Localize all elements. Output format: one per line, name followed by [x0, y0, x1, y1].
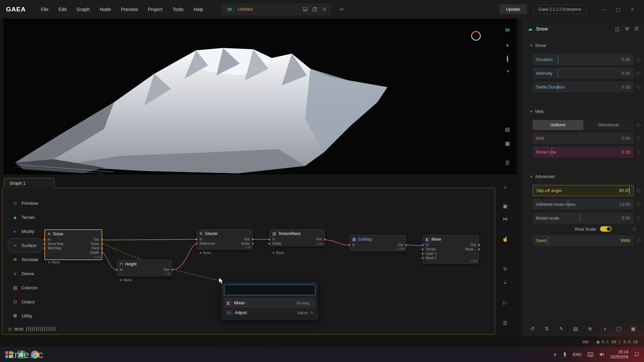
maximize-button[interactable]: ▢ — [611, 7, 625, 12]
list-options-icon[interactable]: ☰ — [500, 320, 510, 326]
real-scale-toggle[interactable] — [600, 226, 611, 232]
viewport-compass[interactable] — [470, 30, 482, 42]
save-icon[interactable] — [303, 7, 308, 12]
minimize-button[interactable]: — — [597, 7, 611, 12]
glacier-mask-port[interactable]: Mask — [200, 251, 211, 255]
contrast-tool-icon[interactable]: ◑ — [600, 326, 608, 332]
param-pin-icon[interactable] — [636, 71, 641, 75]
node-search-input[interactable] — [224, 285, 315, 295]
panels-icon[interactable]: ▦ — [503, 140, 512, 146]
melt-mode-directional[interactable]: Directional — [583, 120, 634, 130]
shading-icon[interactable]: ◑ — [503, 68, 512, 74]
param-pin-icon[interactable] — [636, 85, 641, 89]
node-texturebase[interactable]: ▨ TextureBase In Guide Out 0.2s — [269, 229, 325, 246]
param-intensity[interactable]: Intensity 0.25 — [533, 68, 634, 79]
menu-edit[interactable]: Edit — [53, 4, 71, 15]
search-result-adjust[interactable]: FX Adjust Adjust ⚙ — [224, 308, 315, 317]
menu-preview[interactable]: Preview — [116, 4, 143, 15]
resize-icon[interactable]: ▢ — [615, 326, 623, 332]
panel-menu-icon[interactable]: ☰ — [634, 26, 639, 32]
touch-mode-icon[interactable]: ☝ — [500, 236, 510, 242]
seed-tool-icon[interactable]: ⊕ — [586, 326, 594, 332]
layers-panel-icon[interactable]: ▤ — [503, 126, 512, 132]
start-button[interactable] — [5, 351, 12, 358]
notification-icon[interactable] — [634, 352, 639, 357]
param-adhered-snow-mass[interactable]: Adhered snow mass 12.00 — [533, 199, 634, 210]
sort-icon[interactable]: ⇅ — [543, 326, 551, 332]
param-slip-off-angle[interactable]: Slip-off angle 90.00 — [533, 185, 634, 196]
param-pin-icon[interactable] — [636, 150, 641, 154]
category-utility[interactable]: ⚙Utility — [8, 309, 43, 323]
param-model-scale[interactable]: Model scale 5.00 — [533, 213, 634, 224]
edit-icon[interactable]: ✎ — [557, 326, 565, 332]
snow-mask-port[interactable]: Mask — [48, 260, 60, 264]
undo-icon[interactable]: ↩ — [340, 6, 344, 12]
menu-tools[interactable]: Tools — [167, 4, 189, 15]
microphone-icon[interactable] — [563, 352, 567, 357]
update-button[interactable]: Update — [499, 4, 527, 14]
param-pin-icon[interactable] — [636, 202, 641, 206]
node-satmap[interactable]: ▦ SatMap In Out 0.03s — [349, 235, 406, 251]
system-clock[interactable]: 15:142025/10/9 — [610, 350, 628, 360]
save-copy-icon[interactable] — [312, 7, 317, 12]
language-indicator[interactable]: ENG — [573, 352, 582, 357]
tray-chevron-icon[interactable]: ∧ — [553, 352, 557, 357]
section-melt-header[interactable]: ▾ Melt — [522, 108, 644, 115]
param-pin-icon[interactable] — [636, 238, 641, 243]
param-pin-icon[interactable] — [636, 136, 641, 140]
menu-graph[interactable]: Graph — [72, 4, 95, 15]
graph-timeline[interactable]: ◷ 00:02 ⋮⋮ — [8, 326, 64, 331]
viewport-resolution-label[interactable]: 1K — [503, 28, 512, 33]
category-derive[interactable]: ⋎Derive — [8, 266, 43, 281]
history-icon[interactable]: ↺ — [528, 326, 536, 332]
category-surface[interactable]: ≈Surface — [8, 238, 43, 252]
graph-tab[interactable]: Graph 1 — [4, 178, 54, 188]
panel-layout-icon[interactable]: ◫ — [615, 26, 620, 32]
refresh-icon[interactable]: ↻ — [500, 266, 510, 272]
menu-node[interactable]: Node — [95, 4, 116, 15]
param-pin-icon[interactable] — [636, 123, 641, 127]
close-button[interactable]: × — [625, 7, 639, 12]
touch-keyboard-icon[interactable] — [588, 352, 593, 357]
param-melt[interactable]: Melt 0.00 — [533, 133, 634, 144]
node-glacier[interactable]: ❄ Glacier In Reference Out Snow 1.5s — [197, 229, 253, 250]
node-tools-icon[interactable]: ⚒ — [625, 26, 629, 32]
node-height[interactable]: ⊓ Height In Out 1.3s — [117, 260, 172, 276]
timeline-grip-icon[interactable]: ⋮⋮ — [58, 327, 64, 331]
download-icon[interactable]: ⇣ — [500, 279, 510, 285]
menu-file[interactable]: File — [36, 4, 54, 15]
texturebase-mask-port[interactable]: Mask — [273, 251, 284, 255]
section-advanced-header[interactable]: ▾ Advanced — [522, 173, 644, 180]
category-colorize[interactable]: ▨Colorize — [8, 281, 43, 295]
viewport-options-icon[interactable]: ☰ — [503, 160, 512, 166]
document-tab[interactable]: 1K Untitled ↺ — [221, 3, 331, 15]
collapse-panel-icon[interactable]: ‹ — [500, 184, 510, 191]
param-duration[interactable]: Duration 0.25 — [533, 54, 634, 65]
category-simulate[interactable]: ≋Simulate — [8, 252, 43, 266]
viewport-3d[interactable]: 1K ☀ ◑ ▤ ▦ ☰ — [3, 18, 517, 175]
param-pin-icon[interactable] — [636, 57, 641, 62]
geometry-toggle-icon[interactable] — [503, 56, 512, 62]
category-primitive[interactable]: ◇Primitive — [8, 196, 43, 210]
lighting-icon[interactable]: ☀ — [503, 43, 512, 49]
param-pin-icon[interactable] — [632, 227, 637, 231]
speaker-icon[interactable] — [599, 352, 604, 357]
search-result-mixer[interactable]: ◧ Mixer Routing ▫ — [224, 298, 315, 308]
section-snow-header[interactable]: ▾ Snow — [522, 42, 644, 49]
fullscreen-icon[interactable]: ▣ — [629, 326, 637, 332]
menu-project[interactable]: Project — [143, 4, 168, 15]
param-pin-icon[interactable] — [636, 188, 641, 193]
node-graph-panel[interactable]: ◇Primitive ▲Terrain ◐Modify ≈Surface ≋Si… — [2, 188, 495, 335]
height-mask-port[interactable]: Mask — [120, 278, 131, 282]
menu-help[interactable]: Help — [189, 4, 208, 15]
param-snow-line[interactable]: Snow Line 0.19 — [533, 146, 634, 158]
version-button[interactable]: Gaea 2.2.1.0 Enterprise — [533, 5, 587, 14]
category-output[interactable]: ⊡Output — [8, 295, 43, 309]
node-graph-icon[interactable]: ⋈ — [500, 216, 510, 222]
param-seed[interactable]: Seed 9965 — [533, 235, 634, 246]
melt-mode-uniform[interactable]: Uniform — [533, 120, 583, 130]
library-icon[interactable]: ▣ — [500, 203, 510, 209]
param-pin-icon[interactable] — [636, 216, 641, 220]
category-modify[interactable]: ◐Modify — [8, 224, 43, 238]
announcement-icon[interactable]: ▷ — [500, 300, 510, 306]
